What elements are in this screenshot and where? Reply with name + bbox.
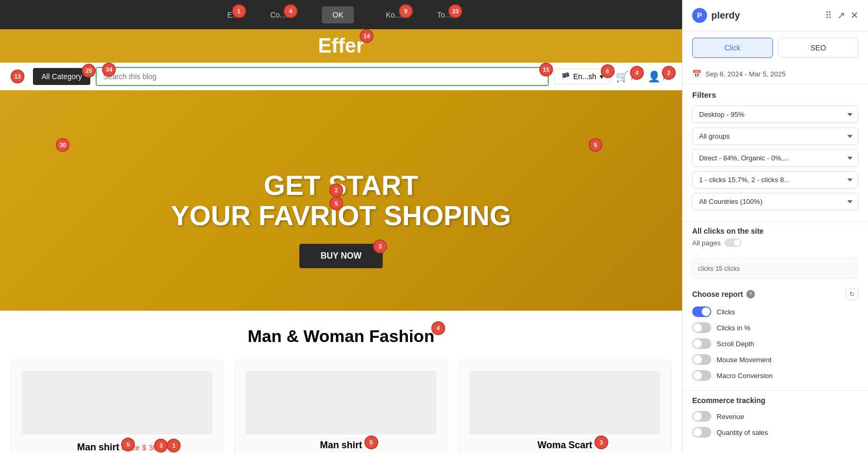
info-icon[interactable]: ? [746,290,755,298]
clicks-filter[interactable]: 1 - clicks 15.7%, 2 - clicks 8... [692,171,858,189]
grid-button[interactable]: ⠿ [825,10,832,21]
cart-icon[interactable]: 🛒 [616,71,629,82]
user-label: RT [663,74,671,82]
products-grid: Man 5 shirt Price $ 30 3 1 Man 5 [11,360,671,453]
calendar-icon: 📅 [692,70,701,78]
top-nav: E... 1 Co...e 4 OK Ko...a 9 To...s 23 [0,0,682,29]
clicks-pct-label: Clicks in % [717,324,751,332]
tab-seo[interactable]: SEO [778,38,859,58]
tab-buttons: Click SEO [683,31,868,64]
right-panel: P plerdy ⠿ ↗ ✕ Click SEO 📅 Sep 6, 2024 -… [682,0,868,453]
scroll-depth-toggle[interactable] [692,338,711,349]
ecommerce-section: Ecommerce tracking Revenue Quantity of s… [683,390,868,448]
scroll-depth-toggle-row: Scroll Depth [692,338,858,349]
lang-wrapper: 🏴 En...sh ▾ 6 [554,69,610,84]
nav-label-1: E... [227,11,239,19]
all-pages-label: All pages [692,239,720,247]
all-pages-row: All pages [692,238,858,247]
product-name-2: Man [320,440,339,450]
filters-title: Filters [692,90,858,99]
products-title: Man & Woman Fashion 4 [248,327,434,346]
choose-report-title: Choose report [692,290,743,298]
tab-click[interactable]: Click [692,38,773,58]
category-wrapper: All Category 25 [33,68,90,85]
product-image-1 [22,371,212,434]
user-icon-wrapper: 👤 2 RT [648,70,671,83]
site-logo: Effer 14 [318,35,364,57]
products-title-wrapper: Man & Woman Fashion 4 [11,327,671,360]
all-clicks-title: All clicks on the site [692,227,858,235]
lang-chevron-icon: ▾ [600,72,603,81]
countries-filter[interactable]: All Countries (100%) [692,193,858,210]
clicks-toggle[interactable] [692,306,711,317]
product-name-1: Man [77,442,96,452]
plerdy-logo: P plerdy [692,8,740,23]
price-badge-1b: 1 [167,439,181,452]
groups-filter[interactable]: All groups [692,127,858,145]
hero-text: GET START YOUR FAVRIOT SHOPING [171,170,511,230]
close-button[interactable]: ✕ [850,10,858,21]
mouse-movement-label: Mouse Movement [717,356,771,364]
revenue-toggle[interactable] [692,411,711,422]
plerdy-name: plerdy [711,10,740,21]
category-dropdown[interactable]: All Category [33,68,90,85]
nav-item-2[interactable]: Co...e 4 [270,11,290,19]
refresh-button[interactable]: ↻ [846,288,858,300]
panel-actions: ⠿ ↗ ✕ [825,10,858,21]
hero-headline: GET START YOUR FAVRIOT SHOPING [171,170,511,230]
search-input[interactable] [97,68,548,85]
device-filter[interactable]: Desktop - 95% [692,106,858,123]
product-name-3: Woma [538,440,566,450]
nav-item-1[interactable]: E... 1 [227,11,239,19]
mouse-movement-toggle[interactable] [692,354,711,365]
expand-button[interactable]: ↗ [837,10,845,21]
hero-section: 30 5 GET START YOUR FAVRIOT SHOPING 2 5 … [0,90,682,311]
quantity-toggle-row: Quantity of sales [692,427,858,438]
traffic-filter[interactable]: Direct - 84%, Organic - 0%,... [692,149,858,167]
date-range-text: Sep 6, 2024 - Mar 5, 2025 [705,70,786,78]
clicks-pct-toggle[interactable] [692,322,711,333]
panel-header: P plerdy ⠿ ↗ ✕ [683,0,868,31]
products-section: Man & Woman Fashion 4 Man 5 shirt Price … [0,311,682,453]
quantity-toggle[interactable] [692,427,711,438]
revenue-toggle-row: Revenue [692,411,858,422]
clicks-info-box: clicks 15 clicks [692,258,858,279]
nav-label-2: Co...e [270,11,290,19]
nav-item-4[interactable]: Ko...a 9 [386,11,405,19]
clicks-pct-toggle-row: Clicks in % [692,322,858,333]
product-badge-2: 5 [364,435,378,449]
ok-button[interactable]: OK [322,6,354,23]
buy-now-button[interactable]: BUY NOW 3 [299,244,382,268]
lang-selector[interactable]: 🏴 En...sh ▾ [554,69,610,84]
product-price-wrapper-1: Price $ 30 3 1 [122,443,158,452]
ecommerce-title: Ecommerce tracking [692,396,858,405]
clicks-info-text: clicks 15 clicks [698,265,740,272]
nav-item-5[interactable]: To...s 23 [437,11,455,19]
macro-conversion-toggle[interactable] [692,370,711,381]
nav-label-5: To...s [437,11,455,19]
product-name-wrapper-1: Man 5 shirt [77,442,119,453]
user-icon[interactable]: 👤 [648,71,661,82]
cart-icon-wrapper: 🛒 4 RT [616,70,640,83]
product-image-2 [245,371,436,434]
plerdy-icon: P [692,8,707,23]
scroll-depth-label: Scroll Depth [717,340,754,348]
buy-now-wrapper: BUY NOW 3 [299,233,382,268]
filters-section: Filters Desktop - 95% All groups Direct … [683,84,868,221]
main-content: E... 1 Co...e 4 OK Ko...a 9 To...s 23 Ef… [0,0,682,453]
logo-row: Effer 14 [0,29,682,63]
product-image-3 [470,371,660,434]
cart-icons: 🛒 4 RT 👤 2 RT [616,70,671,83]
macro-conversion-label: Macro Conversion [717,372,773,380]
main-wrapper: E... 1 Co...e 4 OK Ko...a 9 To...s 23 Ef… [0,0,682,453]
product-name-wrapper-2: Man 5 shirt [320,440,362,451]
nav-label-4: Ko...a [386,11,405,19]
macro-conversion-toggle-row: Macro Conversion [692,370,858,381]
all-pages-toggle[interactable] [725,238,742,247]
product-badge-3: 3 [594,435,608,449]
choose-report-header: Choose report ? ↻ [692,288,858,300]
product-name-wrapper-3: Woma 3 Scart [538,440,592,451]
quantity-label: Quantity of sales [717,429,768,437]
search-bar-row: 13 All Category 25 34 15 🏴 En...sh ▾ 6 [0,63,682,90]
lang-label: En...sh [573,72,597,81]
